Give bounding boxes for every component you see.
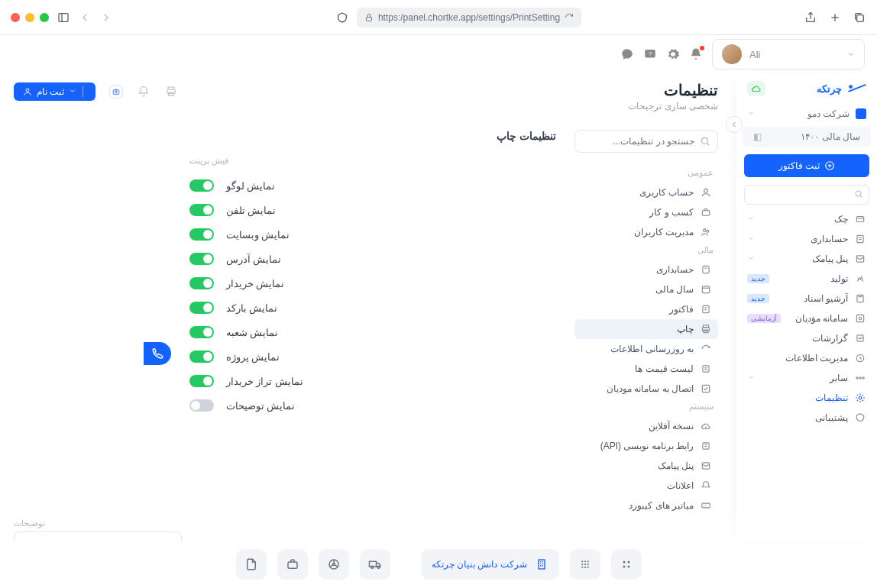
toggle-switch[interactable] [189, 375, 214, 387]
toggle-switch[interactable] [189, 351, 214, 363]
topbar: Ali ? [0, 35, 877, 73]
toggle-switch[interactable] [189, 277, 214, 289]
toggle-switch[interactable] [189, 326, 214, 338]
sidebar-toggle-icon[interactable] [57, 11, 70, 24]
settings-item[interactable]: چاپ [574, 319, 718, 339]
close-window-icon[interactable] [11, 13, 20, 22]
brand[interactable]: چرتکه [736, 78, 877, 104]
toggle-row: نمایش تلفن [189, 198, 556, 222]
settings-item[interactable]: اعلانات [574, 476, 718, 496]
company-selector[interactable]: شرکت دمو [736, 104, 877, 124]
sidebar-item-4[interactable]: آرشیو اسنادجدید [736, 289, 877, 309]
toggle-switch[interactable] [189, 179, 214, 192]
signup-button[interactable]: ثبت نام [14, 82, 95, 101]
settings-item[interactable]: اتصال به سامانه مودیان [574, 379, 718, 399]
sidebar-item-5[interactable]: سامانه مؤدیانآزمایشی [736, 309, 877, 328]
page-subtitle: شخصی سازی ترجیحات [14, 101, 718, 111]
toggle-row: نمایش شعبه [189, 320, 556, 344]
settings-item[interactable]: فاکتور [574, 299, 718, 319]
help-icon[interactable]: ? [643, 47, 657, 61]
sidebar-item-9[interactable]: تنظیمات [736, 388, 877, 408]
chat-icon[interactable] [620, 47, 634, 61]
sidebar-item-3[interactable]: تولیدجدید [736, 269, 877, 289]
settings-search-input[interactable] [574, 130, 718, 153]
svg-rect-75 [539, 560, 545, 569]
forward-icon[interactable] [99, 11, 113, 24]
settings-item-icon [700, 323, 712, 335]
new-invoice-button[interactable]: ثبت فاکتور [744, 154, 869, 177]
dock-briefcase-icon[interactable] [277, 549, 308, 580]
sidebar-item-2[interactable]: پنل پیامک [736, 249, 877, 269]
nav-label: حسابداری [811, 234, 848, 244]
call-support-button[interactable] [144, 342, 171, 365]
camera-icon[interactable] [109, 85, 123, 99]
toggle-switch[interactable] [189, 204, 214, 216]
sidebar-search-input[interactable] [744, 185, 869, 205]
svg-point-66 [581, 561, 583, 562]
badge: جدید [747, 294, 769, 303]
toggle-label: نمایش تلفن [226, 205, 276, 216]
description-textarea[interactable] [14, 531, 182, 541]
sidebar-item-7[interactable]: مدیریت اطلاعات [736, 348, 877, 368]
toggle-switch[interactable] [189, 228, 214, 241]
settings-item[interactable]: رابط برنامه نویسی (API) [574, 436, 718, 456]
gear-icon[interactable] [666, 47, 680, 61]
svg-point-65 [627, 566, 629, 568]
sidebar-item-8[interactable]: سایر [736, 368, 877, 388]
sidebar-item-0[interactable]: چک [736, 209, 877, 229]
settings-item[interactable]: حساب کاربری [574, 183, 718, 202]
settings-item[interactable]: میانبر های کیبورد [574, 496, 718, 515]
settings-item-icon [700, 283, 712, 296]
settings-item-label: نسخه آفلاین [649, 421, 694, 431]
reload-icon[interactable] [565, 13, 574, 22]
toggle-switch[interactable] [189, 302, 214, 314]
sidebar-search[interactable] [744, 185, 869, 205]
toggle-switch[interactable] [189, 399, 214, 412]
svg-rect-28 [856, 315, 863, 321]
toggle-label: نمایش خریدار [226, 278, 284, 289]
share-icon[interactable] [804, 11, 817, 24]
settings-item[interactable]: نسخه آفلاین [574, 416, 718, 436]
url-bar[interactable]: https:/panel.chortke.app/settings/PrintS… [357, 8, 581, 27]
toggle-row: نمایش آدرس [189, 247, 556, 271]
bell-icon[interactable] [689, 47, 703, 61]
settings-item[interactable]: کسب و کار [574, 202, 718, 222]
svg-point-38 [704, 189, 708, 192]
settings-item[interactable]: حسابداری [574, 260, 718, 279]
toggle-switch[interactable] [189, 253, 214, 265]
sidebar: چرتکه شرکت دمو سال مالی ۱۴۰۰ ◧ ثبت فاکتو… [736, 73, 877, 541]
sidebar-item-1[interactable]: حسابداری [736, 229, 877, 249]
settings-item[interactable]: لیست قیمت ها [574, 359, 718, 379]
back-icon[interactable] [78, 11, 92, 24]
sidebar-item-10[interactable]: پشتیبانی [736, 408, 877, 428]
settings-item-icon [700, 440, 712, 452]
printer-icon[interactable] [164, 85, 178, 99]
dock-truck-icon[interactable] [360, 549, 390, 580]
settings-item-label: مدیریت کاربران [634, 227, 694, 237]
dock-wheel-icon[interactable] [319, 549, 349, 580]
tabs-icon[interactable] [853, 11, 866, 24]
bell-outline-icon[interactable] [137, 85, 150, 99]
settings-item[interactable]: سال مالی [574, 279, 718, 299]
collapse-sidebar-button[interactable] [726, 116, 743, 133]
settings-item[interactable]: به روزرسانی اطلاعات [574, 339, 718, 359]
dock-document-icon[interactable] [236, 549, 267, 580]
shield-icon[interactable] [335, 11, 349, 24]
print-settings-panel: تنظیمات چاپ فیش پرینت نمایش لوگونمایش تل… [189, 130, 556, 515]
settings-item-label: چاپ [677, 324, 694, 334]
settings-item[interactable]: پنل پیامک [574, 456, 718, 476]
dock-apps-icon[interactable] [611, 549, 642, 580]
new-tab-icon[interactable] [828, 11, 842, 24]
minimize-window-icon[interactable] [25, 13, 34, 22]
nav-label: پنل پیامک [812, 254, 848, 264]
settings-item[interactable]: مدیریت کاربران [574, 222, 718, 242]
search-icon [854, 189, 863, 201]
settings-item-icon [700, 343, 712, 355]
fiscal-year-selector[interactable]: سال مالی ۱۴۰۰ ◧ [743, 127, 871, 147]
maximize-window-icon[interactable] [40, 13, 49, 22]
dock-grid-icon[interactable] [570, 549, 600, 580]
sidebar-item-6[interactable]: گزارشات [736, 328, 877, 348]
dock-company-button[interactable]: شرکت دانش بنیان چرتکه [421, 549, 559, 580]
search-icon [700, 136, 710, 149]
user-menu[interactable]: Ali [712, 39, 865, 69]
